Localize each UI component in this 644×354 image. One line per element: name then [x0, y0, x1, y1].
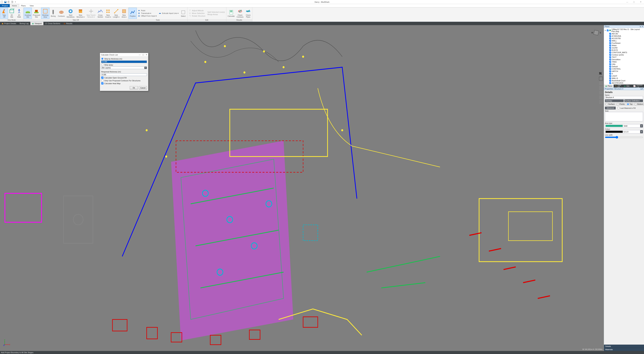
- take-off-button[interactable]: Take Off: [0, 8, 8, 19]
- layer-item[interactable]: AECFROZEN: [604, 82, 643, 84]
- walk-4d-button[interactable]: 4D Walk: [16, 8, 23, 19]
- ribbon-tab-view[interactable]: View: [28, 4, 36, 7]
- layer-item[interactable]: 0: [604, 72, 643, 75]
- boring-button[interactable]: Boring: [50, 8, 57, 19]
- strip-by-thickness-radio[interactable]: Strip by thickness (m):: [101, 58, 147, 60]
- calculate-button[interactable]: Calculate: [227, 8, 236, 19]
- dialog-close-button[interactable]: ✕: [146, 54, 147, 56]
- midtab-plans[interactable]: ▣Plans: [604, 84, 614, 88]
- plans-tree[interactable]: ▾12May10 T.02 Rev. E - Site Layout Plan.…: [604, 28, 644, 84]
- advanced-button[interactable]: Advanced: [605, 106, 616, 110]
- offset-from-input-tool[interactable]: Offset From Input ▾: [138, 15, 157, 17]
- window-minimize-button[interactable]: —: [624, 0, 630, 4]
- dialog-cancel-button[interactable]: Cancel: [139, 86, 147, 90]
- layer-item[interactable]: FoulSewer: [604, 42, 643, 44]
- split-selected-lines-tool[interactable]: Split Selected Line(s): [208, 11, 225, 13]
- layer-item[interactable]: Water: [604, 44, 643, 46]
- midtab-section-list[interactable]: 📈Section List: [632, 84, 644, 88]
- merge-areas-tool[interactable]: Merge Areas: [208, 14, 225, 16]
- line-width-slider[interactable]: [605, 136, 643, 138]
- contours-button[interactable]: Contours: [57, 8, 66, 19]
- rotate-structure-tool[interactable]: Rotate Structure: [189, 15, 206, 17]
- cross-section-button[interactable]: Cross Section: [96, 8, 104, 19]
- panel-pin-icon[interactable]: ⇲: [640, 26, 641, 28]
- bottom-tab-materials[interactable]: Materials: [604, 348, 644, 351]
- polyline-button[interactable]: Polyline: [128, 8, 137, 19]
- bottom-tab-details[interactable]: Details: [604, 344, 644, 348]
- layer-item[interactable]: WALL: [604, 40, 643, 42]
- tab-boring-log[interactable]: Boring Log: [18, 22, 30, 25]
- ribbon-tab-home[interactable]: Home: [10, 4, 19, 7]
- check-pipes-button[interactable]: Check Pipes: [244, 8, 252, 19]
- layer-item[interactable]: A213G700: [604, 37, 643, 40]
- layer-item[interactable]: Utils: [604, 63, 643, 65]
- layer-item[interactable]: ELEVS: [604, 49, 643, 51]
- spot-elevations-button[interactable]: Spot Elevations: [66, 8, 76, 19]
- dialog-title-bar[interactable]: Calculate Check List — ▢ ✕: [100, 53, 148, 57]
- surfdef-bottom-option[interactable]: Bottom: [634, 102, 644, 106]
- ribbon-tab-project[interactable]: Project: [0, 4, 10, 7]
- dialog-ok-button[interactable]: Ok: [130, 86, 138, 90]
- layer-item[interactable]: CONTROL: [604, 68, 643, 70]
- qat-new-icon[interactable]: [1, 1, 3, 3]
- note-textarea[interactable]: [605, 112, 643, 121]
- layer-item[interactable]: Basketball Court: [604, 80, 643, 82]
- point-tool[interactable]: Point: [138, 10, 157, 12]
- overlay-surface-option[interactable]: Surface: [605, 102, 616, 106]
- dialog-maximize-button[interactable]: ▢: [142, 54, 144, 56]
- move-selection-tool[interactable]: Move Selection: [189, 12, 206, 14]
- layer-item[interactable]: CONTOUR_MATS: [604, 51, 643, 54]
- extrude-input-line-tool[interactable]: Extrude Input Line ▾: [159, 12, 178, 14]
- panel-close-icon[interactable]: ✕: [642, 88, 643, 90]
- respread-thickness-input[interactable]: [101, 74, 147, 76]
- overlay-points-option[interactable]: Points: [616, 102, 626, 106]
- qat-save-icon[interactable]: [4, 1, 7, 3]
- layer-item[interactable]: WALLS: [604, 77, 643, 80]
- calc-open-ground-fill-checkbox[interactable]: Calculate Open Ground Fill: [101, 76, 147, 79]
- tab-results[interactable]: ▤Results: [62, 22, 74, 25]
- view-compass[interactable]: W E: [592, 28, 600, 37]
- layer-item[interactable]: Contour points: [604, 54, 643, 56]
- qat-dropdown-icon[interactable]: ▾: [14, 1, 17, 3]
- qat-undo-icon[interactable]: [8, 1, 10, 3]
- midtab-take-off[interactable]: ✎Take Off: [614, 84, 623, 88]
- new-count-button[interactable]: New Count ▾: [104, 8, 112, 19]
- strip-thickness-input[interactable]: [101, 60, 147, 63]
- new-area-button[interactable]: New Area ▾: [120, 8, 128, 19]
- layer-item[interactable]: AEC3D: [604, 32, 643, 35]
- last-material-is-fill-checkbox[interactable]: Last Material is Fill: [617, 107, 636, 109]
- ribbon-tab-plans[interactable]: Plans: [19, 4, 28, 7]
- tab-cross-sections[interactable]: ☑Cross Sections: [44, 22, 62, 25]
- proposed-site-button[interactable]: Proposed Site: [32, 8, 41, 19]
- window-close-button[interactable]: ✕: [637, 0, 644, 4]
- layer-item[interactable]: Demolition: [604, 58, 643, 61]
- layer-item[interactable]: HATCH: [604, 70, 643, 72]
- layer-item[interactable]: TREE: [604, 61, 643, 63]
- colour-select[interactable]: 0, 0, 0▾: [605, 130, 643, 134]
- layer-item[interactable]: LIGHT: [604, 75, 643, 77]
- new-length-button[interactable]: New Length ▾: [112, 8, 120, 19]
- layer-item[interactable]: Default: [604, 65, 643, 68]
- strip-away-select[interactable]: [No Layers]▾: [101, 66, 147, 69]
- viewport-canvas[interactable]: W E YXZ W: 541.651m H: 292.654m: [0, 25, 604, 351]
- new-structure-button[interactable]: New Structure ▾: [76, 8, 86, 19]
- tree-root[interactable]: ▾12May10 T.02 Rev. E - Site Layout Plan.…: [604, 28, 643, 32]
- window-maximize-button[interactable]: ▢: [630, 0, 637, 4]
- strip-away-radio[interactable]: Strip away:: [101, 64, 147, 66]
- layer-item[interactable]: 1to250: [604, 46, 643, 49]
- tab-viewport[interactable]: ▣Viewport: [30, 22, 44, 25]
- layer-item[interactable]: TEXT: [604, 56, 643, 58]
- new-trench-network-button[interactable]: New Trench Network ▾: [86, 8, 96, 19]
- panel-pin-icon[interactable]: ⇲: [640, 88, 642, 90]
- iso-view-icon[interactable]: [599, 100, 603, 104]
- dialog-minimize-button[interactable]: —: [139, 54, 141, 56]
- area-type-select[interactable]: Solid▾: [605, 124, 643, 128]
- existing-site-button[interactable]: Existing Site: [24, 8, 32, 19]
- site-3d-button[interactable]: 3D Site: [8, 8, 16, 19]
- calc-heat-map-checkbox[interactable]: Calculate Heat Map: [101, 82, 147, 84]
- working-area-button[interactable]: Working Area: [41, 8, 50, 19]
- midtab-3d-site-list[interactable]: ◉3D Site List: [623, 84, 632, 88]
- panel-close-icon[interactable]: ✕: [642, 26, 643, 28]
- structure-name-input[interactable]: [605, 96, 643, 99]
- adjust-altitude-tool[interactable]: Adjust Altitude: [189, 10, 206, 12]
